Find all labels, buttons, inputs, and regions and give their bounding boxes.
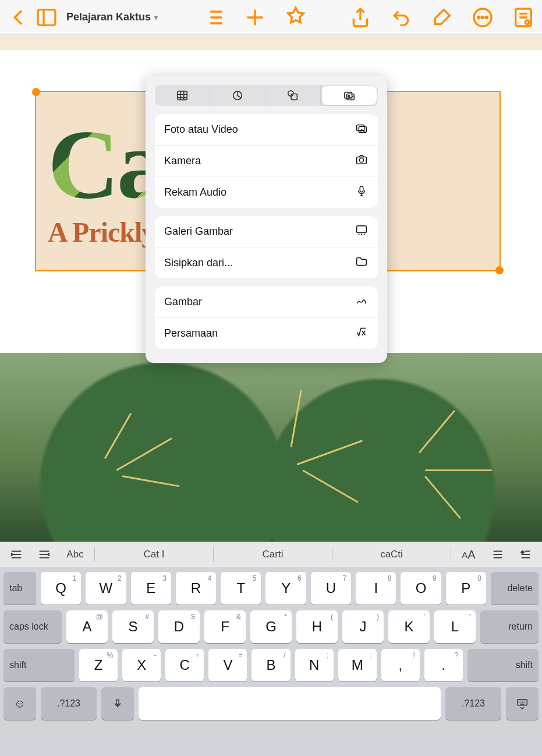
menu-label: Kamera bbox=[164, 155, 201, 167]
back-button[interactable] bbox=[7, 6, 30, 29]
key-numbers-right[interactable]: .?123 bbox=[445, 687, 501, 720]
document-title[interactable]: Pelajaran Kaktus ▾ bbox=[63, 11, 161, 23]
menu-item-photo-video[interactable]: Foto atau Video bbox=[155, 114, 378, 146]
key-g[interactable]: *G bbox=[250, 610, 292, 643]
inspector-button[interactable] bbox=[512, 6, 535, 29]
menu-item-record-audio[interactable]: Rekam Audio bbox=[155, 177, 378, 208]
equation-icon bbox=[355, 326, 369, 341]
list-button[interactable] bbox=[203, 6, 226, 29]
menu-item-drawing[interactable]: Gambar bbox=[155, 287, 378, 318]
indent-right-button[interactable] bbox=[33, 544, 56, 565]
abc-button[interactable]: Abc bbox=[61, 544, 90, 565]
key-f[interactable]: &F bbox=[204, 610, 246, 643]
collaborate-button[interactable] bbox=[284, 6, 307, 29]
scribble-icon bbox=[355, 294, 369, 310]
svg-rect-19 bbox=[357, 226, 367, 233]
keyboard-suggestion-bar: Abc Cat I Carti caCti AA bbox=[0, 542, 542, 567]
key-j[interactable]: )J bbox=[342, 610, 384, 643]
menu-item-insert-from[interactable]: Sisipkan dari... bbox=[155, 248, 378, 278]
svg-rect-21 bbox=[116, 700, 119, 704]
folder-icon bbox=[355, 255, 369, 271]
seg-tab-shape[interactable] bbox=[265, 85, 321, 106]
svg-point-3 bbox=[481, 16, 483, 18]
key-s[interactable]: #S bbox=[112, 610, 154, 643]
media-icon bbox=[343, 89, 356, 102]
key-b[interactable]: /B bbox=[251, 649, 290, 681]
menu-label: Galeri Gambar bbox=[164, 225, 233, 238]
key-emoji[interactable]: ☺ bbox=[3, 687, 36, 720]
key-n[interactable]: ;N bbox=[295, 649, 334, 681]
document-canvas[interactable]: Cacti A Prickly Introduction bbox=[0, 35, 542, 542]
key-y[interactable]: 6Y bbox=[265, 572, 306, 605]
key-k[interactable]: 'K bbox=[388, 610, 430, 643]
indent-left-button[interactable] bbox=[5, 544, 28, 565]
key-r[interactable]: 4R bbox=[176, 572, 216, 605]
key-u[interactable]: 7U bbox=[311, 572, 351, 605]
key-h[interactable]: (H bbox=[296, 610, 338, 643]
text-size-button[interactable]: AA bbox=[456, 544, 481, 565]
suggestion-1[interactable]: Cat I bbox=[100, 544, 208, 565]
menu-item-camera[interactable]: Kamera bbox=[155, 146, 378, 177]
key-return[interactable]: return bbox=[480, 610, 539, 643]
key-c[interactable]: +C bbox=[165, 649, 204, 681]
microphone-icon bbox=[355, 185, 369, 200]
seg-tab-table[interactable] bbox=[155, 85, 210, 106]
share-button[interactable] bbox=[349, 6, 372, 29]
key-numbers-left[interactable]: .?123 bbox=[41, 687, 97, 720]
separator bbox=[451, 547, 451, 561]
key-m[interactable]: :M bbox=[338, 649, 377, 681]
key-tab[interactable]: tab bbox=[3, 572, 36, 605]
key-q[interactable]: 1Q bbox=[41, 572, 81, 605]
key-x[interactable]: -X bbox=[122, 649, 161, 681]
sidebar-button[interactable] bbox=[35, 6, 58, 29]
key-period[interactable]: ?. bbox=[424, 649, 463, 681]
key-delete[interactable]: delete bbox=[491, 572, 539, 605]
seg-tab-chart[interactable] bbox=[210, 85, 265, 106]
key-o[interactable]: 9O bbox=[401, 572, 441, 605]
key-shift-left[interactable]: shift bbox=[3, 649, 75, 681]
format-brush-button[interactable] bbox=[430, 6, 454, 29]
key-space[interactable] bbox=[139, 687, 441, 720]
svg-point-4 bbox=[486, 16, 487, 18]
key-shift-right[interactable]: shift bbox=[467, 649, 539, 681]
cactus-background-image bbox=[0, 353, 542, 542]
chart-icon bbox=[231, 89, 244, 102]
more-button[interactable] bbox=[471, 6, 494, 29]
suggestion-2[interactable]: Carti bbox=[218, 544, 327, 565]
keyboard-row-3: shift %Z -X +C =V /B ;N :M !, ?. shift bbox=[3, 649, 539, 681]
separator bbox=[94, 547, 95, 561]
key-e[interactable]: 3E bbox=[131, 572, 171, 605]
key-t[interactable]: 5T bbox=[221, 572, 261, 605]
menu-item-image-gallery[interactable]: Galeri Gambar bbox=[155, 216, 378, 248]
key-comma[interactable]: !, bbox=[381, 649, 420, 681]
popover-group-1: Foto atau Video Kamera Rekam Audio bbox=[155, 114, 378, 208]
align-button[interactable] bbox=[486, 544, 509, 565]
toolbar-right-group bbox=[349, 6, 535, 29]
key-l[interactable]: "L bbox=[434, 610, 476, 643]
key-d[interactable]: $D bbox=[158, 610, 200, 643]
key-dictation[interactable] bbox=[101, 687, 134, 720]
menu-label: Foto atau Video bbox=[164, 123, 238, 136]
svg-point-17 bbox=[359, 158, 363, 162]
add-format-button[interactable] bbox=[514, 544, 537, 565]
svg-rect-0 bbox=[38, 9, 55, 25]
key-z[interactable]: %Z bbox=[79, 649, 118, 681]
key-a[interactable]: @A bbox=[66, 610, 108, 643]
undo-button[interactable] bbox=[389, 6, 413, 29]
svg-rect-7 bbox=[178, 91, 187, 100]
document-title-text: Pelajaran Kaktus bbox=[66, 11, 151, 23]
key-w[interactable]: 2W bbox=[86, 572, 126, 605]
menu-label: Persamaan bbox=[164, 327, 218, 340]
insert-button[interactable] bbox=[243, 6, 267, 29]
key-i[interactable]: 8I bbox=[356, 572, 396, 605]
keyboard-row-2: caps lock @A #S $D &F *G (H )J 'K "L ret… bbox=[3, 610, 539, 643]
key-p[interactable]: 0P bbox=[446, 572, 486, 605]
key-dismiss-keyboard[interactable] bbox=[506, 687, 539, 720]
key-v[interactable]: =V bbox=[208, 649, 247, 681]
suggestion-3[interactable]: caCti bbox=[337, 544, 446, 565]
svg-point-2 bbox=[478, 16, 480, 18]
seg-tab-media[interactable] bbox=[322, 86, 377, 105]
key-capslock[interactable]: caps lock bbox=[3, 610, 62, 643]
menu-item-equation[interactable]: Persamaan bbox=[155, 318, 378, 349]
menu-label: Gambar bbox=[164, 296, 202, 308]
